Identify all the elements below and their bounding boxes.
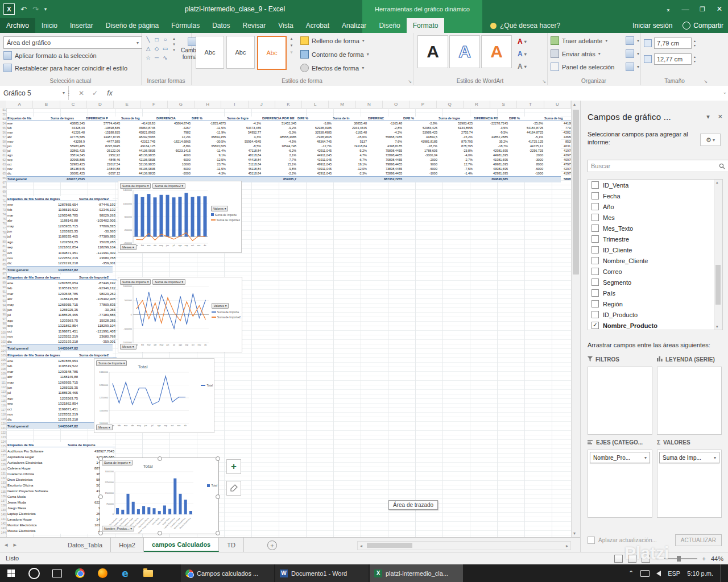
row-header[interactable]: 115 (0, 399, 6, 402)
row-header[interactable]: 68 (0, 185, 6, 189)
defer-layout-checkbox[interactable]: Aplazar actualización... (588, 537, 657, 544)
row-header[interactable]: 58 (0, 140, 6, 143)
row-header[interactable]: 95 (0, 308, 6, 311)
scroll-right-icon[interactable]: ▸ (566, 543, 568, 548)
chart-resize-handle[interactable] (216, 531, 220, 535)
column-header-b[interactable]: B (33, 101, 60, 108)
row-header[interactable]: 110 (0, 376, 6, 380)
row-header[interactable]: 90 (0, 285, 6, 289)
row-header[interactable]: 53 (0, 117, 6, 120)
field-item-id-venta[interactable]: ID_Venta (588, 180, 722, 190)
row-header[interactable]: 66 (0, 176, 6, 180)
field-checkbox[interactable] (592, 289, 599, 297)
wordart-style-3[interactable]: A (481, 35, 512, 68)
file-explorer-button[interactable] (136, 564, 159, 582)
field-checkbox[interactable] (592, 257, 599, 264)
sheet-tab-campos-calculados[interactable]: campos Calculados (144, 538, 219, 552)
bring-forward-button[interactable]: Traer adelante▾ (551, 36, 607, 45)
pivot-field-button-suma-de-importe2[interactable]: Suma de Importe2 ▾ (152, 279, 185, 285)
shape-height-spinner[interactable]: 7,79 cm ▴▾ (644, 38, 696, 49)
wordart-style-2[interactable]: A (449, 35, 480, 68)
row-header[interactable]: 100 (0, 331, 6, 334)
shape-style-sample-1[interactable]: Abc (196, 36, 224, 69)
ribbon-tab-formato[interactable]: Formato (407, 18, 445, 33)
column-header-p[interactable]: P (410, 101, 436, 108)
row-header[interactable]: 91 (0, 290, 6, 293)
row-header[interactable]: 123 (0, 435, 6, 439)
worksheet-grid[interactable]: ABCDEFGHIJKLMNOPQRSTU 515253545556575859… (0, 101, 571, 537)
row-header[interactable]: 109 (0, 372, 6, 375)
minimize-button[interactable]: — (677, 0, 694, 18)
pivot-axis-field-button[interactable]: Nombre_Produc... ▾ (102, 522, 134, 532)
reset-to-match-style-button[interactable]: Restablecer para hacer coincidir el esti… (3, 64, 127, 72)
column-header-l[interactable]: L (302, 101, 329, 108)
row-header[interactable]: 101 (0, 335, 6, 339)
row-header[interactable]: 133 (0, 481, 6, 484)
pivot-axis-field-button[interactable]: Meses ▾ (120, 340, 136, 350)
field-item-nombre-cliente[interactable]: Nombre_Cliente (588, 255, 722, 266)
row-header[interactable]: 79 (0, 235, 6, 239)
row-header[interactable]: 124 (0, 440, 6, 443)
text-effects-button[interactable]: A▾ (518, 63, 527, 70)
horizontal-scrollbar[interactable]: ◂ ▸ (357, 541, 571, 550)
column-header-s[interactable]: S (490, 101, 517, 108)
row-header[interactable]: 83 (0, 253, 6, 257)
chart-elements-button[interactable]: + (226, 459, 241, 474)
row-header[interactable]: 75 (0, 217, 6, 221)
checkbox[interactable] (588, 537, 595, 544)
close-button[interactable]: × (711, 0, 728, 18)
row-header[interactable]: 57 (0, 135, 6, 139)
field-checkbox[interactable] (592, 181, 599, 189)
shape-glyph[interactable]: ○ (161, 36, 169, 45)
row-header[interactable]: 54 (0, 122, 6, 125)
row-header[interactable]: 128 (0, 458, 6, 462)
field-list-scroll-thumb[interactable] (715, 265, 721, 305)
text-fill-button[interactable]: A▾ (518, 38, 527, 45)
column-header-n[interactable]: N (356, 101, 383, 108)
text-outline-button[interactable]: A▾ (518, 50, 527, 58)
sheet-nav-right-icon[interactable]: ▸ (14, 541, 17, 548)
chart-element-dropdown[interactable]: Área del gráfico ▾ (3, 36, 142, 49)
row-header[interactable]: 144 (0, 531, 6, 534)
task-view-button[interactable] (46, 564, 68, 582)
row-header[interactable]: 103 (0, 344, 6, 348)
field-item-correo[interactable]: Correo (588, 266, 722, 277)
shapes-gallery[interactable]: ╲□○△◇▭☆─∿ (144, 36, 170, 64)
shapes-gallery-scroll[interactable]: ▴▾▾ (171, 36, 177, 52)
dialog-launcher-icon[interactable]: ↘ (408, 79, 412, 84)
embedded-chart-c2[interactable]: Suma de Importe ▾Suma de Importe2 ▾Valor… (118, 277, 242, 352)
taskbar-app-documento1-word[interactable]: WDocumento1 - Word (275, 564, 369, 582)
row-header[interactable]: 82 (0, 249, 6, 252)
insert-function-icon[interactable]: fx (104, 86, 116, 100)
field-item-segmento[interactable]: Segmento (588, 277, 722, 288)
pivot-table[interactable]: Etiquetas de filaSuma de IngresSuma de I… (7, 275, 113, 351)
field-checkbox[interactable] (592, 311, 599, 318)
embedded-chart-c4[interactable]: Suma de Importe ▾TotalTotalNombre_Produc… (100, 458, 219, 534)
shape-glyph[interactable]: ─ (152, 55, 161, 64)
field-checkbox[interactable] (592, 235, 599, 243)
area-box-filtros[interactable] (588, 367, 652, 435)
row-header[interactable]: 126 (0, 449, 6, 452)
row-header[interactable]: 108 (0, 367, 6, 371)
area-field-chip-nombre-pro[interactable]: Nombre_Pro...▾ (590, 452, 650, 463)
pivot-table[interactable]: Etiquetas de filaSuma de IngresSuma de I… (7, 196, 113, 273)
row-header[interactable]: 104 (0, 349, 6, 352)
ribbon-tab-insertar[interactable]: Insertar (64, 18, 100, 33)
column-header-f[interactable]: F (140, 101, 167, 108)
chart-resize-handle[interactable] (98, 456, 103, 461)
shape-outline-button[interactable]: Contorno de forma▾ (300, 50, 369, 59)
row-header[interactable]: 93 (0, 299, 6, 302)
row-header[interactable]: 137 (0, 499, 6, 502)
zoom-level[interactable]: 44% (711, 555, 723, 562)
embedded-chart-c3[interactable]: Suma de Importe ▾TotalTotalMeses ▾110000… (94, 358, 214, 433)
dialog-launcher-icon[interactable]: ↘ (704, 79, 708, 84)
format-selection-button[interactable]: Aplicar formato a la selección (3, 51, 97, 60)
shape-effects-button[interactable]: Efectos de forma▾ (300, 64, 364, 72)
shape-glyph[interactable]: ▭ (161, 45, 169, 55)
row-header[interactable]: 56 (0, 131, 6, 134)
row-header[interactable]: 78 (0, 231, 6, 234)
row-header[interactable]: 114 (0, 394, 6, 398)
pivot-legend-field-button[interactable]: Valores ▾ (212, 303, 229, 309)
chart-resize-handle[interactable] (98, 494, 103, 499)
field-item-pa-s[interactable]: País (588, 288, 722, 298)
